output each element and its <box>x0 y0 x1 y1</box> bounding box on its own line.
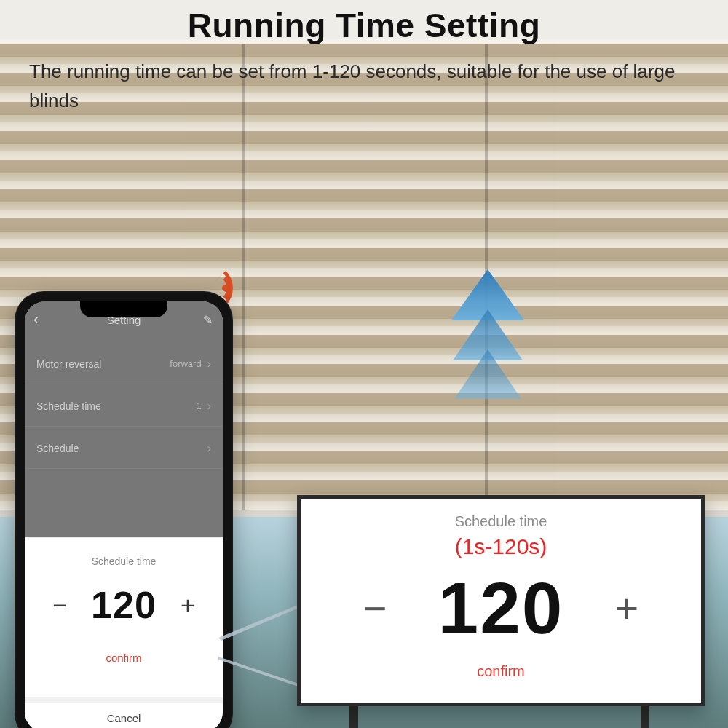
callout-value: 120 <box>438 566 564 650</box>
arrow-up-icon <box>444 269 531 430</box>
row-value: 1 <box>196 400 201 411</box>
confirm-button[interactable]: confirm <box>477 663 525 680</box>
row-label: Motor reversal <box>36 358 101 370</box>
decrement-button[interactable]: − <box>363 585 387 632</box>
edit-icon[interactable]: ✎ <box>203 313 213 327</box>
phone-notch <box>80 301 167 317</box>
cancel-button[interactable]: Cancel <box>25 697 223 728</box>
row-motor-reversal[interactable]: Motor reversal forward › <box>25 344 223 384</box>
phone-mockup: ‹ Setting ✎ Motor reversal forward › Sch… <box>15 291 233 728</box>
row-label: Schedule <box>36 443 79 454</box>
row-label: Schedule time <box>36 400 101 412</box>
time-stepper: − 120 + <box>47 583 200 627</box>
schedule-time-callout: Schedule time (1s-120s) − 120 + confirm <box>297 495 705 706</box>
schedule-time-sheet: Schedule time − 120 + confirm Cancel <box>25 537 223 728</box>
sheet-label: Schedule time <box>92 555 157 567</box>
increment-button[interactable]: + <box>614 585 638 632</box>
back-icon[interactable]: ‹ <box>33 310 39 329</box>
chevron-right-icon: › <box>207 400 211 413</box>
row-schedule[interactable]: Schedule › <box>25 428 223 469</box>
phone-screen: ‹ Setting ✎ Motor reversal forward › Sch… <box>25 301 223 728</box>
row-schedule-time[interactable]: Schedule time 1 › <box>25 386 223 427</box>
page-title: Running Time Setting <box>0 6 728 45</box>
decrement-button[interactable]: − <box>47 591 72 620</box>
chevron-right-icon: › <box>207 442 211 455</box>
chevron-right-icon: › <box>207 357 211 371</box>
time-value: 120 <box>91 583 157 627</box>
callout-label: Schedule time <box>455 513 547 530</box>
increment-button[interactable]: + <box>175 591 200 620</box>
page-subtitle: The running time can be set from 1-120 s… <box>29 57 699 116</box>
row-value: forward <box>170 358 201 369</box>
confirm-button[interactable]: confirm <box>106 652 141 664</box>
callout-range: (1s-120s) <box>455 534 547 559</box>
